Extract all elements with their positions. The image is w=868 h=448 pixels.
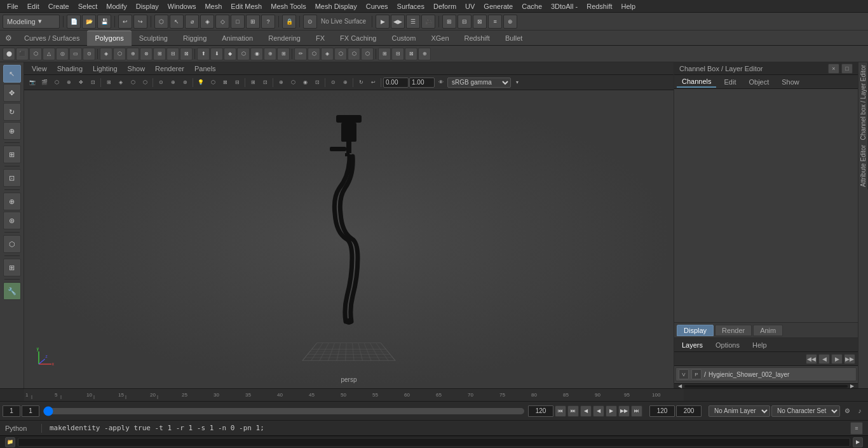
menu-curves[interactable]: Curves bbox=[362, 1, 393, 11]
layout4-btn[interactable]: ≡ bbox=[488, 15, 502, 29]
vp-menu-view[interactable]: View bbox=[27, 64, 52, 73]
tab-polygons[interactable]: Polygons bbox=[87, 31, 131, 46]
render1-btn[interactable]: ▶ bbox=[376, 15, 390, 29]
mode-dropdown[interactable]: Modeling ▾ bbox=[3, 15, 60, 29]
separate-btn[interactable]: ⊗ bbox=[140, 48, 153, 60]
move-tool-btn[interactable]: ✥ bbox=[3, 84, 21, 102]
open-btn[interactable]: 📂 bbox=[82, 15, 96, 29]
vp-gamma-select[interactable]: sRGB gamma bbox=[447, 78, 511, 88]
transport-back2-btn[interactable]: ◀ bbox=[593, 405, 604, 417]
layer-p-btn[interactable]: P bbox=[691, 369, 702, 379]
mirror-btn[interactable]: ⊞ bbox=[153, 48, 166, 60]
channel-box-side-label[interactable]: Channel box / Layer Editor bbox=[858, 62, 868, 142]
menu-cache[interactable]: Cache bbox=[517, 1, 546, 11]
layer-fwd-btn[interactable]: ▶ bbox=[831, 354, 843, 364]
tab-sculpting[interactable]: Sculpting bbox=[132, 31, 175, 46]
menu-modify[interactable]: Modify bbox=[102, 1, 131, 11]
redo-btn[interactable]: ↪ bbox=[133, 15, 147, 29]
d-tab-render[interactable]: Render bbox=[715, 325, 752, 336]
save-btn[interactable]: 💾 bbox=[97, 15, 111, 29]
snap1-btn[interactable]: ◇ bbox=[215, 15, 229, 29]
lock-btn[interactable]: 🔒 bbox=[282, 15, 296, 29]
sculpt4-btn[interactable]: ⬡ bbox=[361, 48, 374, 60]
draw-btn[interactable]: ⬡ bbox=[308, 48, 320, 60]
vp-menu-show[interactable]: Show bbox=[123, 64, 151, 73]
sculpt-icon-btn[interactable]: 🔧 bbox=[3, 282, 21, 300]
layer-item-shower[interactable]: V P / Hygienic_Shower_002_layer bbox=[675, 367, 857, 381]
tab-bullet[interactable]: Bullet bbox=[498, 31, 531, 46]
current-frame-input[interactable] bbox=[22, 405, 39, 417]
scroll-track[interactable] bbox=[684, 385, 848, 388]
vp-snap-btn[interactable]: ⊕ bbox=[63, 77, 74, 88]
tab-animation[interactable]: Animation bbox=[214, 31, 261, 46]
vp-value1-input[interactable] bbox=[383, 78, 409, 88]
vp-shade3-btn[interactable]: ⬡ bbox=[139, 77, 151, 88]
menu-deform[interactable]: Deform bbox=[429, 1, 461, 11]
transport-play-btn[interactable]: ▶ bbox=[606, 405, 617, 417]
vp-hud-btn[interactable]: ⊡ bbox=[259, 77, 271, 88]
marquee-btn[interactable]: ⬡ bbox=[3, 235, 21, 253]
uv2-btn[interactable]: ⊟ bbox=[391, 48, 404, 60]
script-file-icon[interactable]: 📁 bbox=[5, 437, 15, 447]
tab-settings-icon[interactable]: ⚙ bbox=[3, 32, 14, 44]
vp-rigging-btn[interactable]: ↻ bbox=[355, 77, 367, 88]
crease-btn[interactable]: ✏ bbox=[294, 48, 307, 60]
menu-help[interactable]: Help bbox=[617, 1, 641, 11]
cb-tab-edit[interactable]: Edit bbox=[719, 77, 741, 87]
transport-back-btn[interactable]: ◀ bbox=[580, 405, 592, 417]
bb-audio-btn[interactable]: ♪ bbox=[854, 405, 865, 417]
sculpt1-btn[interactable]: ◈ bbox=[321, 48, 334, 60]
rotate-tool-btn[interactable]: ↻ bbox=[3, 103, 21, 121]
menu-surfaces[interactable]: Surfaces bbox=[393, 1, 429, 11]
vp-shadow-btn[interactable]: ⬡ bbox=[207, 77, 219, 88]
menu-display[interactable]: Display bbox=[132, 1, 163, 11]
vp-menu-shading[interactable]: Shading bbox=[52, 64, 88, 73]
tab-curves-surfaces[interactable]: Curves / Surfaces bbox=[17, 31, 87, 46]
uv4-btn[interactable]: ⊕ bbox=[418, 48, 431, 60]
menu-generate[interactable]: Generate bbox=[479, 1, 517, 11]
vp-depth-btn[interactable]: ⊟ bbox=[231, 77, 243, 88]
vp-bk-btn[interactable]: ⊙ bbox=[327, 77, 339, 88]
combine-btn[interactable]: ⊕ bbox=[126, 48, 139, 60]
poly-plane-btn[interactable]: ▭ bbox=[69, 48, 82, 60]
d-tab-display[interactable]: Display bbox=[677, 325, 714, 336]
menu-mesh-tools[interactable]: Mesh Tools bbox=[266, 1, 310, 11]
menu-file[interactable]: File bbox=[3, 1, 23, 11]
tab-rendering[interactable]: Rendering bbox=[261, 31, 308, 46]
sub-d-btn[interactable]: ◈ bbox=[100, 48, 112, 60]
vp-comp-btn[interactable]: ✥ bbox=[75, 77, 86, 88]
anim-layer-select[interactable]: No Anim Layer bbox=[709, 405, 770, 417]
canvas-area[interactable]: x y z persp bbox=[24, 90, 674, 388]
vp-shade1-btn[interactable]: ◈ bbox=[115, 77, 126, 88]
script-run-icon[interactable]: ▶ bbox=[853, 437, 863, 447]
transport-fwd-btn[interactable]: ▶▶ bbox=[618, 405, 630, 417]
menu-mesh-display[interactable]: Mesh Display bbox=[311, 1, 362, 11]
cb-close-btn[interactable]: × bbox=[828, 64, 839, 74]
hole-btn[interactable]: ⊠ bbox=[180, 48, 193, 60]
layer-v-btn[interactable]: V bbox=[679, 369, 689, 379]
cb-tab-channels[interactable]: Channels bbox=[677, 76, 716, 88]
vp-cam-btn[interactable]: 📷 bbox=[27, 77, 38, 88]
poly-cone-btn[interactable]: △ bbox=[43, 48, 55, 60]
menu-create[interactable]: Create bbox=[44, 1, 74, 11]
vp-xray-btn[interactable]: ⊙ bbox=[155, 77, 166, 88]
timeline-scrubber[interactable] bbox=[43, 408, 524, 414]
edge-loop-btn[interactable]: ⊕ bbox=[264, 48, 276, 60]
merge-btn[interactable]: ◉ bbox=[250, 48, 263, 60]
bridge-btn[interactable]: ⬇ bbox=[210, 48, 223, 60]
snap3-btn[interactable]: ⊞ bbox=[246, 15, 260, 29]
vp-motion-btn[interactable]: ⊛ bbox=[179, 77, 191, 88]
tab-xgen[interactable]: XGen bbox=[423, 31, 456, 46]
ls-tab-options[interactable]: Options bbox=[710, 340, 745, 350]
ls-tab-help[interactable]: Help bbox=[747, 340, 772, 350]
layout5-btn[interactable]: ⊕ bbox=[503, 15, 517, 29]
poly-cube-btn[interactable]: ⬛ bbox=[16, 48, 29, 60]
snap2-btn[interactable]: □ bbox=[231, 15, 245, 29]
vp-fit-btn[interactable]: ⬡ bbox=[287, 77, 299, 88]
poly-count-btn[interactable]: ⊞ bbox=[3, 259, 21, 276]
charset-select[interactable]: No Character Set bbox=[771, 405, 840, 417]
vp-fk-btn[interactable]: ⊕ bbox=[339, 77, 351, 88]
python-icon-btn[interactable]: ≡ bbox=[850, 422, 863, 435]
vp-aa-btn[interactable]: ⊕ bbox=[167, 77, 179, 88]
vp-gamma-arrow[interactable]: ▾ bbox=[512, 77, 523, 88]
